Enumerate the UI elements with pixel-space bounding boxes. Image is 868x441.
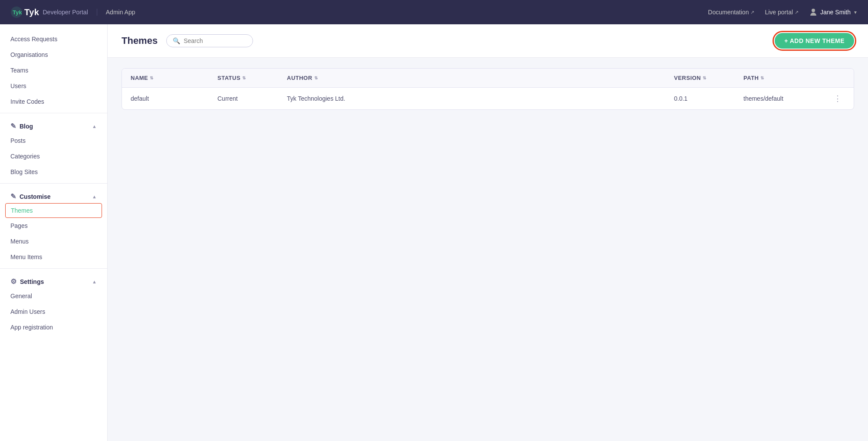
- sidebar-item-themes[interactable]: Themes: [5, 203, 102, 218]
- row-actions-menu-button[interactable]: ⋮: [830, 92, 845, 105]
- blog-icon: ✎: [10, 122, 16, 130]
- sidebar-item-invite-codes[interactable]: Invite Codes: [0, 94, 107, 109]
- cell-status: Current: [209, 88, 278, 110]
- sidebar-divider: [0, 268, 107, 269]
- chevron-down-icon: ▼: [853, 10, 858, 15]
- cell-name: default: [122, 88, 209, 110]
- sidebar-item-menu-items[interactable]: Menu Items: [0, 249, 107, 265]
- sort-icon: ⇅: [703, 76, 707, 80]
- sidebar-item-access-requests[interactable]: Access Requests: [0, 31, 107, 47]
- table-row: default Current Tyk Technologies Ltd. 0.…: [122, 88, 854, 110]
- sidebar-section-customise[interactable]: ✎ Customise ▲: [0, 187, 107, 203]
- col-header-status[interactable]: STATUS ⇅: [209, 69, 278, 88]
- cell-version: 0.0.1: [665, 88, 735, 110]
- sidebar-section-settings[interactable]: ⚙ Settings ▲: [0, 272, 107, 288]
- add-new-theme-button[interactable]: + ADD NEW THEME: [775, 33, 854, 49]
- tyk-brand-name: Tyk: [24, 7, 39, 17]
- col-header-author[interactable]: AUTHOR ⇅: [278, 69, 665, 88]
- table-header-row: NAME ⇅ STATUS ⇅ AUTHOR: [122, 69, 854, 88]
- app-name-label: Admin App: [97, 9, 135, 16]
- sidebar-item-general[interactable]: General: [0, 288, 107, 304]
- user-menu[interactable]: Jane Smith ▼: [809, 8, 858, 16]
- user-avatar-icon: [809, 8, 818, 16]
- search-icon: 🔍: [173, 37, 180, 44]
- themes-table-container: NAME ⇅ STATUS ⇅ AUTHOR: [122, 68, 854, 110]
- col-header-path[interactable]: PATH ⇅: [735, 69, 822, 88]
- external-link-icon: ↗: [795, 10, 799, 15]
- layout: Access Requests Organisations Teams User…: [0, 24, 868, 441]
- cell-actions: ⋮: [822, 88, 854, 110]
- cell-author: Tyk Technologies Ltd.: [278, 88, 665, 110]
- sidebar-item-teams[interactable]: Teams: [0, 63, 107, 78]
- sidebar-item-users[interactable]: Users: [0, 78, 107, 94]
- settings-icon: ⚙: [10, 277, 16, 286]
- sort-icon: ⇅: [150, 76, 154, 80]
- chevron-down-icon: ▲: [92, 124, 97, 129]
- main-header: Themes 🔍 + ADD NEW THEME: [108, 24, 868, 58]
- sidebar-section-blog[interactable]: ✎ Blog ▲: [0, 117, 107, 133]
- cell-path: themes/default: [735, 88, 822, 110]
- main-header-left: Themes 🔍: [122, 34, 253, 47]
- col-header-actions: [822, 69, 854, 88]
- main-content: Themes 🔍 + ADD NEW THEME NAME ⇅: [108, 24, 868, 441]
- tyk-logo[interactable]: Tyk Tyk Developer Portal: [10, 6, 88, 18]
- sidebar-item-categories[interactable]: Categories: [0, 148, 107, 164]
- search-input[interactable]: [184, 37, 247, 44]
- sidebar-item-menus[interactable]: Menus: [0, 234, 107, 249]
- external-link-icon: ↗: [750, 10, 754, 15]
- search-box[interactable]: 🔍: [166, 34, 253, 47]
- sort-icon: ⇅: [314, 76, 318, 80]
- sidebar-item-blog-sites[interactable]: Blog Sites: [0, 164, 107, 180]
- sidebar-divider: [0, 113, 107, 113]
- sidebar-item-app-registration[interactable]: App registration: [0, 319, 107, 335]
- svg-text:Tyk: Tyk: [13, 9, 22, 16]
- portal-label: Developer Portal: [43, 9, 88, 16]
- user-name-label: Jane Smith: [820, 9, 851, 16]
- sort-icon: ⇅: [242, 76, 246, 80]
- chevron-down-icon: ▲: [92, 194, 97, 199]
- col-header-version[interactable]: VERSION ⇅: [665, 69, 735, 88]
- sort-icon: ⇅: [760, 76, 764, 80]
- chevron-down-icon: ▲: [92, 279, 97, 284]
- sidebar: Access Requests Organisations Teams User…: [0, 24, 108, 441]
- themes-table: NAME ⇅ STATUS ⇅ AUTHOR: [122, 69, 854, 109]
- live-portal-link[interactable]: Live portal ↗: [765, 9, 799, 16]
- sidebar-divider: [0, 183, 107, 184]
- topnav-right-section: Documentation ↗ Live portal ↗ Jane Smith…: [708, 8, 858, 16]
- sidebar-item-posts[interactable]: Posts: [0, 133, 107, 148]
- documentation-link[interactable]: Documentation ↗: [708, 9, 754, 16]
- sidebar-item-organisations[interactable]: Organisations: [0, 47, 107, 63]
- col-header-name[interactable]: NAME ⇅: [122, 69, 209, 88]
- sidebar-item-pages[interactable]: Pages: [0, 218, 107, 234]
- sidebar-item-admin-users[interactable]: Admin Users: [0, 304, 107, 319]
- customise-icon: ✎: [10, 192, 16, 201]
- top-navigation: Tyk Tyk Developer Portal Admin App Docum…: [0, 0, 868, 24]
- page-title: Themes: [122, 35, 158, 46]
